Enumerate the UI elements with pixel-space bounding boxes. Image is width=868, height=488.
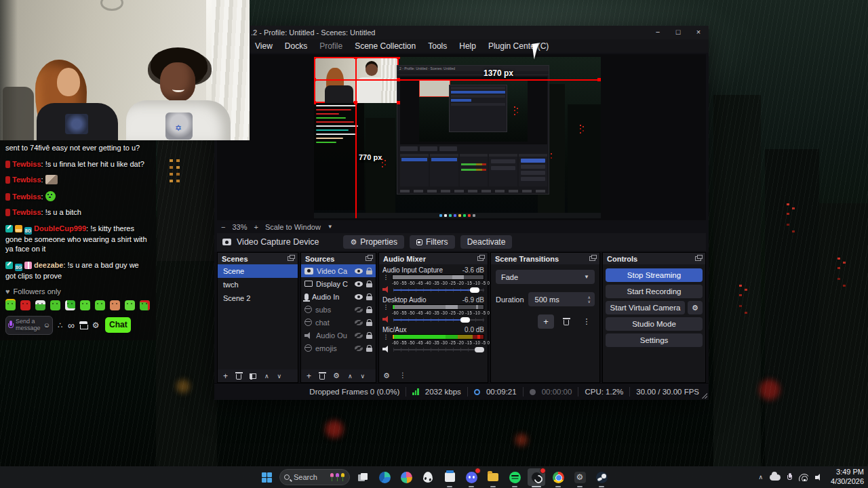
mixer-options-button[interactable]: ⋮ xyxy=(382,274,389,281)
chat-username[interactable]: deezabe xyxy=(34,261,63,269)
store-button[interactable] xyxy=(441,468,458,486)
lock-icon[interactable] xyxy=(366,322,372,326)
popout-icon[interactable] xyxy=(477,256,484,261)
move-source-down-button[interactable]: ∨ xyxy=(360,373,365,380)
menu-plugin-center[interactable]: Plugin Center(C) xyxy=(483,41,554,51)
move-scene-up-button[interactable]: ∧ xyxy=(264,373,269,380)
emote-picker-icon[interactable]: ☺ xyxy=(43,321,50,329)
scene-item[interactable]: Scene xyxy=(218,264,298,278)
settings-button[interactable]: Settings xyxy=(606,333,703,347)
onedrive-icon[interactable] xyxy=(770,474,781,481)
volume-icon[interactable] xyxy=(815,474,824,481)
scale-mode-caret-icon[interactable]: ▼ xyxy=(328,224,333,230)
tray-mic-icon[interactable] xyxy=(787,473,792,481)
resize-handle[interactable] xyxy=(597,78,601,81)
chat-username[interactable]: Tewbiss xyxy=(12,176,41,184)
source-row[interactable]: Display C xyxy=(301,277,376,290)
menu-tools[interactable]: Tools xyxy=(422,41,452,51)
virtual-camera-button[interactable]: Start Virtual Camera xyxy=(606,301,685,314)
transition-select[interactable]: Fade ▼ xyxy=(496,270,595,284)
emote-icon[interactable] xyxy=(125,300,135,310)
source-row[interactable]: Audio In xyxy=(301,290,376,303)
unmute-button[interactable] xyxy=(382,346,391,354)
chat-emote-image[interactable] xyxy=(45,175,58,184)
scale-mode-select[interactable]: Scale to Window xyxy=(265,223,321,231)
emote-icon[interactable] xyxy=(65,300,75,310)
filters-button[interactable]: Filters xyxy=(410,235,455,249)
visibility-off-icon[interactable] xyxy=(355,333,363,338)
zoom-out-button[interactable]: − xyxy=(221,223,225,231)
source-row[interactable]: Video Ca xyxy=(301,264,376,277)
screen-capture-preview[interactable]: 1370 px 770 px 2 - Profile: Untitled - S… xyxy=(314,57,601,218)
menu-profile[interactable]: Profile xyxy=(314,41,348,51)
close-button[interactable]: × xyxy=(688,26,709,39)
visibility-icon[interactable] xyxy=(355,294,363,300)
transition-properties-button[interactable]: ⋮ xyxy=(578,314,595,329)
lock-icon[interactable] xyxy=(366,296,372,300)
popout-icon[interactable] xyxy=(366,256,372,261)
wifi-icon[interactable] xyxy=(799,474,808,481)
emote-icon[interactable] xyxy=(20,300,31,310)
mute-button[interactable] xyxy=(382,316,391,324)
emote-icon[interactable] xyxy=(95,300,105,310)
source-row[interactable]: Audio Ou xyxy=(301,329,376,342)
menu-view[interactable]: View xyxy=(250,41,278,51)
move-scene-down-button[interactable]: ∨ xyxy=(277,373,282,380)
chrome-button[interactable] xyxy=(549,468,567,486)
file-explorer-button[interactable] xyxy=(484,468,502,486)
duration-input[interactable]: 500 ms ∧∨ xyxy=(528,292,595,306)
mixer-options-button[interactable]: ⋮ xyxy=(382,334,389,340)
source-row[interactable]: subs xyxy=(301,303,376,316)
popout-icon[interactable] xyxy=(589,256,595,261)
menu-scene-collection[interactable]: Scene Collection xyxy=(349,41,421,51)
spin-down-icon[interactable]: ∨ xyxy=(588,300,591,304)
copilot-button[interactable] xyxy=(397,468,415,486)
minimize-button[interactable]: − xyxy=(648,26,668,39)
edge-button[interactable] xyxy=(376,468,393,486)
stop-streaming-button[interactable]: Stop Streaming xyxy=(606,268,703,282)
chat-username[interactable]: Tewbiss xyxy=(12,160,41,168)
chat-username[interactable]: DoubleCup999 xyxy=(34,224,86,232)
settings-button-taskbar[interactable]: ⚙ xyxy=(571,468,589,486)
resize-handle[interactable] xyxy=(397,101,400,104)
start-button[interactable] xyxy=(258,468,275,486)
resize-handle[interactable] xyxy=(397,57,400,59)
menu-help[interactable]: Help xyxy=(454,41,481,51)
add-source-button[interactable]: + xyxy=(307,371,311,381)
zoom-in-button[interactable]: + xyxy=(254,223,258,231)
emote-icon[interactable] xyxy=(80,300,90,310)
emote-icon[interactable] xyxy=(35,300,45,310)
preview-area[interactable]: 1370 px 770 px 2 - Profile: Untitled - S… xyxy=(217,54,706,220)
chat-username[interactable]: Tewbiss xyxy=(12,192,41,201)
slider-knob[interactable] xyxy=(460,317,470,323)
add-scene-button[interactable]: + xyxy=(223,371,228,381)
mute-button[interactable] xyxy=(382,286,391,294)
visibility-off-icon[interactable] xyxy=(355,307,363,312)
lock-icon[interactable] xyxy=(366,309,372,313)
task-view-button[interactable] xyxy=(354,468,372,486)
advanced-audio-button[interactable]: ⚙ xyxy=(383,371,390,380)
tray-expand-icon[interactable]: ∧ xyxy=(758,474,763,481)
discord-button[interactable] xyxy=(462,468,480,486)
source-row[interactable]: emojis xyxy=(301,342,376,354)
emote-icon[interactable] xyxy=(110,300,120,310)
store-icon[interactable] xyxy=(79,321,87,329)
studio-mode-button[interactable]: Studio Mode xyxy=(606,317,703,331)
spotify-button[interactable] xyxy=(506,468,524,486)
virtual-camera-config-button[interactable]: ⚙ xyxy=(688,301,703,314)
emote-icon[interactable] xyxy=(5,300,16,310)
scene-filters-button[interactable] xyxy=(250,373,256,379)
mixer-options-button[interactable]: ⋮ xyxy=(382,304,389,310)
chat-emote-green[interactable] xyxy=(45,191,56,201)
add-transition-button[interactable]: + xyxy=(538,314,554,329)
resize-handle[interactable] xyxy=(314,78,316,81)
slider-knob[interactable] xyxy=(470,287,479,293)
chat-username[interactable]: Tewbiss xyxy=(12,208,41,216)
maximize-button[interactable]: □ xyxy=(668,26,688,39)
source-row[interactable]: chat xyxy=(301,316,376,329)
volume-slider[interactable] xyxy=(393,317,484,323)
remove-source-button[interactable] xyxy=(319,374,325,380)
resize-handle[interactable] xyxy=(397,78,400,81)
emote-icon[interactable] xyxy=(50,300,60,310)
resize-handle[interactable] xyxy=(354,57,357,59)
